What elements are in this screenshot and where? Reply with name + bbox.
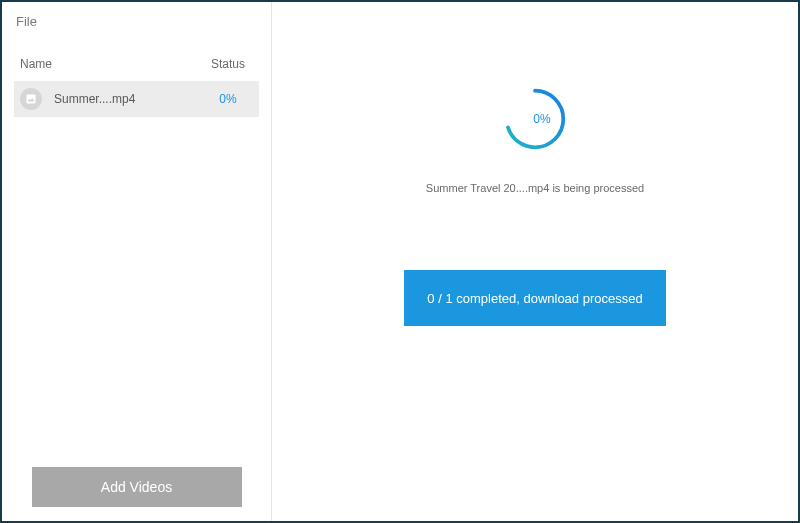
main-panel: 0% Summer Travel 20....mp4 is being proc… <box>272 2 798 521</box>
file-name: Summer....mp4 <box>54 92 203 106</box>
header-status: Status <box>203 57 253 71</box>
image-icon <box>20 88 42 110</box>
file-row[interactable]: Summer....mp4 0% <box>14 81 259 117</box>
add-videos-button[interactable]: Add Videos <box>32 467 242 507</box>
column-headers: Name Status <box>14 51 259 81</box>
sidebar-title: File <box>14 10 259 51</box>
sidebar: File Name Status Summer....mp4 0% Add Vi… <box>2 2 272 521</box>
header-name: Name <box>20 57 203 71</box>
progress-percent: 0% <box>502 86 568 152</box>
processing-status-text: Summer Travel 20....mp4 is being process… <box>426 182 644 194</box>
app-window: File Name Status Summer....mp4 0% Add Vi… <box>0 0 800 523</box>
download-processed-button[interactable]: 0 / 1 completed, download processed <box>404 270 666 326</box>
progress-spinner: 0% <box>502 86 568 152</box>
spacer <box>14 117 259 467</box>
file-status: 0% <box>203 92 253 106</box>
